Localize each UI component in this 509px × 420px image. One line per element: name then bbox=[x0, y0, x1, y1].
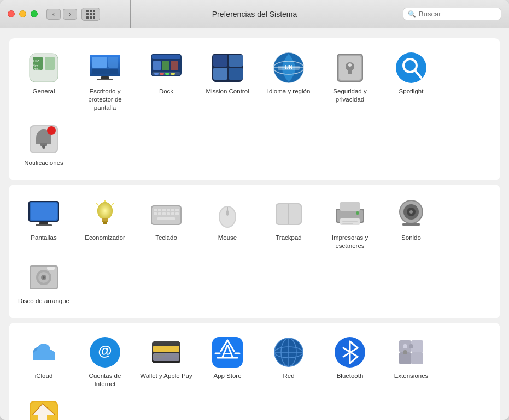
search-box[interactable]: 🔍 bbox=[403, 8, 501, 20]
forward-button[interactable]: › bbox=[63, 9, 77, 20]
svg-point-95 bbox=[409, 210, 413, 214]
app-item-trackpad[interactable]: Trackpad bbox=[259, 193, 318, 255]
bluetooth-icon bbox=[334, 336, 366, 369]
app-item-economizador[interactable]: Economizador bbox=[75, 193, 134, 255]
svg-line-61 bbox=[96, 203, 98, 205]
compartir-icon bbox=[27, 399, 60, 420]
seguridad-label: Seguridad y privacidad bbox=[323, 87, 377, 104]
appstore-icon: A bbox=[211, 336, 244, 369]
nav-buttons: ‹ › bbox=[46, 9, 77, 20]
sonido-label: Sonido bbox=[401, 234, 421, 242]
app-item-seguridad[interactable]: Seguridad y privacidad bbox=[320, 47, 379, 116]
app-item-pantallas[interactable]: Pantallas bbox=[14, 193, 73, 255]
app-item-wallet[interactable]: Wallet y Apple Pay bbox=[137, 332, 196, 393]
impresoras-icon bbox=[334, 198, 366, 230]
grid-view-button[interactable] bbox=[81, 8, 100, 21]
forward-icon: › bbox=[69, 10, 71, 18]
svg-rect-64 bbox=[154, 209, 157, 211]
svg-rect-67 bbox=[167, 209, 170, 211]
svg-rect-27 bbox=[213, 68, 227, 80]
icons-grid-2: Pantallas bbox=[14, 193, 495, 310]
icloud-icon bbox=[27, 336, 60, 369]
escritorio-icon bbox=[89, 51, 121, 84]
svg-rect-89 bbox=[342, 223, 353, 224]
maximize-button[interactable] bbox=[31, 10, 38, 17]
cursor-line bbox=[130, 0, 131, 28]
economizador-icon bbox=[89, 198, 121, 230]
wallet-label: Wallet y Apple Pay bbox=[140, 372, 192, 380]
minimize-button[interactable] bbox=[19, 10, 26, 17]
svg-point-47 bbox=[42, 145, 45, 149]
svg-rect-57 bbox=[102, 221, 108, 222]
app-item-disco[interactable]: Disco de arranque bbox=[14, 257, 73, 310]
app-item-escritorio[interactable]: Escritorio y protector de pantalla bbox=[75, 47, 134, 116]
svg-rect-18 bbox=[160, 73, 164, 75]
search-icon: 🔍 bbox=[408, 10, 416, 18]
app-item-notificaciones[interactable]: Notificaciones bbox=[14, 119, 73, 171]
svg-text:File: File bbox=[33, 59, 39, 63]
svg-rect-14 bbox=[152, 55, 180, 59]
close-button[interactable] bbox=[8, 10, 15, 17]
back-icon: ‹ bbox=[52, 10, 55, 18]
spotlight-label: Spotlight bbox=[399, 87, 424, 96]
window-title: Preferencias del Sistema bbox=[212, 10, 297, 19]
dock-label: Dock bbox=[159, 87, 173, 96]
app-item-red[interactable]: Red bbox=[259, 332, 318, 393]
svg-rect-103 bbox=[47, 267, 55, 270]
svg-rect-70 bbox=[154, 212, 157, 215]
app-item-teclado[interactable]: Teclado bbox=[137, 193, 196, 255]
svg-rect-68 bbox=[171, 209, 174, 211]
mouse-icon bbox=[211, 198, 244, 230]
disco-icon bbox=[27, 261, 60, 294]
svg-rect-71 bbox=[158, 212, 161, 215]
bluetooth-label: Bluetooth bbox=[337, 372, 364, 380]
svg-rect-75 bbox=[175, 212, 179, 215]
svg-rect-19 bbox=[165, 73, 169, 75]
svg-rect-17 bbox=[154, 73, 159, 75]
app-item-icloud[interactable]: iCloud bbox=[14, 332, 73, 393]
svg-rect-28 bbox=[229, 68, 243, 80]
app-item-spotlight[interactable]: Spotlight bbox=[382, 47, 441, 116]
pantallas-label: Pantallas bbox=[31, 234, 56, 242]
mission-icon bbox=[211, 51, 244, 84]
cuentas-icon: @ bbox=[89, 336, 121, 369]
grid-icon bbox=[86, 10, 95, 19]
trackpad-label: Trackpad bbox=[276, 234, 302, 242]
svg-rect-58 bbox=[103, 222, 107, 224]
search-input[interactable] bbox=[419, 10, 496, 18]
seguridad-icon bbox=[334, 51, 366, 84]
svg-point-136 bbox=[403, 344, 407, 348]
mission-label: Mission Control bbox=[206, 87, 249, 96]
svg-rect-76 bbox=[157, 217, 175, 220]
svg-text:@: @ bbox=[98, 342, 112, 359]
app-item-idioma[interactable]: UN Idioma y región bbox=[259, 47, 318, 116]
svg-rect-51 bbox=[31, 203, 57, 220]
content-area: File New Ope... General bbox=[0, 28, 509, 420]
svg-text:Ope...: Ope... bbox=[33, 67, 40, 70]
general-icon: File New Ope... bbox=[27, 51, 60, 84]
svg-rect-86 bbox=[340, 202, 360, 211]
extensiones-icon bbox=[395, 336, 428, 369]
system-preferences-window: ‹ › Preferencias del Sistema 🔍 bbox=[0, 0, 509, 420]
economizador-label: Economizador bbox=[85, 234, 125, 242]
svg-rect-69 bbox=[175, 209, 179, 211]
app-item-appstore[interactable]: A App Store bbox=[198, 332, 257, 393]
app-item-impresoras[interactable]: Impresoras y escáneres bbox=[320, 193, 379, 255]
dock-icon bbox=[150, 51, 183, 84]
general-label: General bbox=[33, 87, 55, 96]
app-item-compartir[interactable]: Compartir bbox=[14, 394, 73, 420]
app-item-dock[interactable]: Dock bbox=[137, 47, 196, 116]
red-icon bbox=[272, 336, 305, 369]
icloud-label: iCloud bbox=[35, 372, 53, 380]
app-item-cuentas[interactable]: @ Cuentas de Internet bbox=[75, 332, 134, 393]
back-button[interactable]: ‹ bbox=[46, 9, 61, 20]
app-item-mouse[interactable]: Mouse bbox=[198, 193, 257, 255]
app-item-sonido[interactable]: Sonido bbox=[382, 193, 441, 255]
section-hardware: Pantallas bbox=[9, 185, 500, 318]
svg-text:UN: UN bbox=[285, 64, 292, 70]
app-item-bluetooth[interactable]: Bluetooth bbox=[320, 332, 379, 393]
app-item-general[interactable]: File New Ope... General bbox=[14, 47, 73, 116]
app-item-extensiones[interactable]: Extensiones bbox=[382, 332, 441, 393]
app-item-mission[interactable]: Mission Control bbox=[198, 47, 257, 116]
svg-rect-5 bbox=[45, 57, 55, 70]
